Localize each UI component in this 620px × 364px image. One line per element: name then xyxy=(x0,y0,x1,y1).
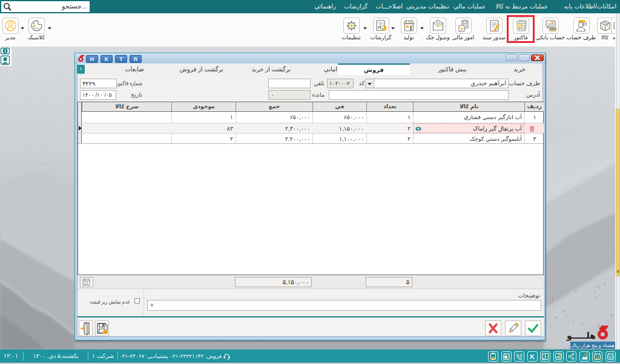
svg-text:$: $ xyxy=(460,26,463,31)
svg-text:12: 12 xyxy=(595,355,600,359)
svg-text:K: K xyxy=(530,353,535,360)
svg-text:هلـــــو: هلـــــو xyxy=(566,331,596,341)
